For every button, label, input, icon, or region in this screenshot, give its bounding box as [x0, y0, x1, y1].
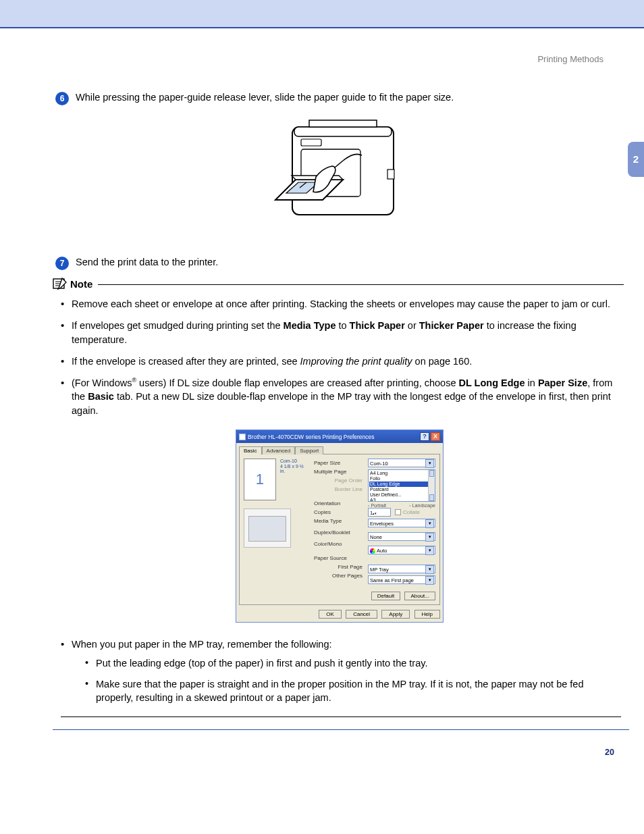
- media-type-combo[interactable]: Envelopes: [368, 519, 435, 527]
- about-button[interactable]: About...: [404, 592, 435, 600]
- apply-button[interactable]: Apply: [381, 610, 410, 619]
- label-multiple-page: Multiple Page: [314, 467, 363, 476]
- dialog-tabs: BasicAdvancedSupport: [236, 443, 443, 454]
- printer-icon: [239, 434, 246, 440]
- page-bottom-rule: [53, 729, 629, 730]
- tab-body-basic: 1 Com-10 4 1/8 x 9 ½ in. Paper Size Mult…: [239, 454, 440, 605]
- color-combo[interactable]: Auto: [368, 546, 435, 554]
- dialog-figure: Brother HL-4070CDW series Printing Prefe…: [55, 429, 624, 623]
- dialog-close-button[interactable]: X: [431, 432, 440, 441]
- orientation-portrait[interactable]: ◦ Portrait: [368, 503, 386, 508]
- step-badge-7: 7: [55, 257, 69, 270]
- mp-tray-sublist: Put the leading edge (top of the paper) …: [85, 654, 618, 708]
- label-media-type: Media Type: [314, 517, 363, 525]
- ok-button[interactable]: OK: [319, 610, 342, 619]
- step-badge-6: 6: [55, 92, 69, 105]
- step-7: 7 Send the print data to the printer.: [55, 256, 624, 270]
- step-6-text: While pressing the paper-guide release l…: [76, 91, 624, 105]
- step-6: 6 While pressing the paper-guide release…: [55, 91, 624, 105]
- copies-field[interactable]: 1: [368, 508, 391, 517]
- label-color: Color/Mono: [314, 540, 363, 548]
- tab-basic[interactable]: Basic: [239, 446, 262, 454]
- note-label: Note: [70, 278, 92, 290]
- help-button[interactable]: Help: [414, 610, 440, 619]
- label-paper-size: Paper Size: [314, 459, 363, 467]
- tab-support[interactable]: Support: [295, 446, 323, 454]
- top-header-bar: [0, 0, 644, 28]
- preview-printer-image: [244, 509, 291, 548]
- svg-rect-3: [301, 139, 321, 146]
- cancel-button[interactable]: Cancel: [346, 610, 377, 619]
- svg-rect-1: [294, 127, 392, 136]
- label-paper-source: Paper Source: [314, 554, 363, 563]
- note-heading: Note: [53, 277, 624, 290]
- printer-illustration: [55, 112, 624, 236]
- note-list: Remove each sheet or envelope at once af…: [61, 294, 624, 423]
- dialog-help-button[interactable]: ?: [420, 432, 429, 441]
- orientation-landscape[interactable]: ◦ Landscape: [409, 503, 435, 508]
- preview-column: 1 Com-10 4 1/8 x 9 ½ in.: [244, 459, 308, 600]
- label-page-order: Page Order: [314, 476, 363, 485]
- label-other-pages: Other Pages: [314, 571, 363, 580]
- page-number: 20: [0, 744, 644, 757]
- collate-checkbox[interactable]: Collate: [395, 509, 420, 515]
- mp-tray-sub-1: Put the leading edge (top of the paper) …: [85, 654, 618, 674]
- preview-page: 1: [244, 459, 276, 500]
- label-duplex: Duplex/Booklet: [314, 528, 363, 537]
- labels-column: Paper Size Multiple Page Page Order Bord…: [314, 459, 363, 600]
- label-first-page: First Page: [314, 563, 363, 571]
- label-border-line: Border Line: [314, 485, 363, 494]
- mp-tray-list: When you put paper in the MP tray, remem…: [61, 635, 624, 714]
- label-copies: Copies: [314, 508, 363, 517]
- label-orientation: Orientation: [314, 499, 363, 508]
- dialog-button-row: OK Cancel Apply Help: [236, 608, 443, 622]
- note-item-2: If envelopes get smudged during printing…: [61, 316, 624, 352]
- first-page-combo[interactable]: MP Tray: [368, 565, 435, 573]
- note-icon: [53, 277, 68, 290]
- page-content: 6 While pressing the paper-guide release…: [0, 64, 644, 744]
- paper-size-list[interactable]: A4 Long Folio DL Long Edge Postcard User…: [368, 469, 435, 502]
- step-7-text: Send the print data to the printer.: [76, 256, 624, 269]
- svg-rect-2: [309, 120, 377, 127]
- tab-advanced[interactable]: Advanced: [262, 446, 296, 454]
- fields-column: Com-10 A4 Long Folio DL Long Edge Postca…: [368, 459, 435, 600]
- note-item-4: (For Windows® users) If DL size double f…: [61, 373, 624, 423]
- note-item-1: Remove each sheet or envelope at once af…: [61, 294, 624, 316]
- note-rule-bottom: [61, 716, 621, 717]
- mp-tray-sub-2: Make sure that the paper is straight and…: [85, 675, 618, 709]
- default-button[interactable]: Default: [371, 592, 400, 600]
- dialog-titlebar: Brother HL-4070CDW series Printing Prefe…: [236, 430, 443, 443]
- note-rule-top: [98, 284, 624, 285]
- svg-rect-5: [387, 170, 394, 179]
- dialog-title-text: Brother HL-4070CDW series Printing Prefe…: [248, 434, 375, 440]
- paper-size-combo[interactable]: Com-10: [368, 459, 435, 467]
- mp-tray-intro: When you put paper in the MP tray, remem…: [61, 635, 624, 714]
- printing-preferences-dialog: Brother HL-4070CDW series Printing Prefe…: [236, 429, 444, 623]
- other-pages-combo[interactable]: Same as First page: [368, 575, 435, 584]
- note-item-3: If the envelope is creased after they ar…: [61, 352, 624, 373]
- section-title: Printing Methods: [0, 28, 644, 64]
- duplex-combo[interactable]: None: [368, 532, 435, 541]
- preview-size-label: Com-10 4 1/8 x 9 ½ in.: [280, 459, 308, 474]
